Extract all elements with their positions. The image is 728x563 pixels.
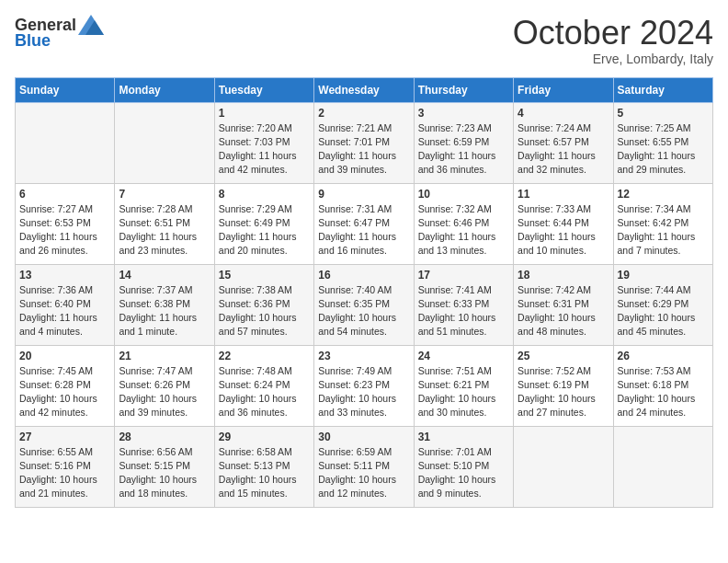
day-info: Sunrise: 6:56 AMSunset: 5:15 PMDaylight:… xyxy=(119,445,210,501)
day-number: 4 xyxy=(518,107,609,120)
day-info: Sunrise: 7:01 AMSunset: 5:10 PMDaylight:… xyxy=(418,445,509,501)
day-of-week-header: Thursday xyxy=(414,77,513,102)
day-number: 10 xyxy=(418,188,509,201)
day-info: Sunrise: 6:59 AMSunset: 5:11 PMDaylight:… xyxy=(318,445,409,501)
month-title: October 2024 xyxy=(513,15,713,52)
day-number: 6 xyxy=(19,188,110,201)
day-info: Sunrise: 7:41 AMSunset: 6:33 PMDaylight:… xyxy=(418,283,509,339)
day-number: 12 xyxy=(618,188,709,201)
day-number: 9 xyxy=(318,188,409,201)
day-info: Sunrise: 7:53 AMSunset: 6:18 PMDaylight:… xyxy=(618,364,709,420)
day-info: Sunrise: 7:28 AMSunset: 6:51 PMDaylight:… xyxy=(119,202,210,259)
day-number: 13 xyxy=(19,269,110,282)
day-info: Sunrise: 7:49 AMSunset: 6:23 PMDaylight:… xyxy=(318,364,409,420)
day-info: Sunrise: 7:44 AMSunset: 6:29 PMDaylight:… xyxy=(618,283,709,339)
day-info: Sunrise: 7:45 AMSunset: 6:28 PMDaylight:… xyxy=(19,364,110,420)
day-number: 7 xyxy=(119,188,210,201)
day-info: Sunrise: 7:36 AMSunset: 6:40 PMDaylight:… xyxy=(19,283,110,339)
day-number: 27 xyxy=(19,431,110,443)
day-info: Sunrise: 6:58 AMSunset: 5:13 PMDaylight:… xyxy=(219,445,310,501)
day-number: 28 xyxy=(119,431,210,443)
calendar-cell: 28Sunrise: 6:56 AMSunset: 5:15 PMDayligh… xyxy=(115,426,214,507)
calendar-cell: 29Sunrise: 6:58 AMSunset: 5:13 PMDayligh… xyxy=(214,426,313,507)
calendar-cell: 24Sunrise: 7:51 AMSunset: 6:21 PMDayligh… xyxy=(414,345,513,426)
calendar-cell: 12Sunrise: 7:34 AMSunset: 6:42 PMDayligh… xyxy=(613,183,712,264)
calendar-cell: 23Sunrise: 7:49 AMSunset: 6:23 PMDayligh… xyxy=(314,345,414,426)
day-number: 5 xyxy=(618,107,709,120)
calendar-cell: 11Sunrise: 7:33 AMSunset: 6:44 PMDayligh… xyxy=(514,183,613,264)
day-number: 22 xyxy=(219,350,310,362)
day-number: 3 xyxy=(418,107,509,120)
day-number: 21 xyxy=(119,350,210,362)
day-info: Sunrise: 7:27 AMSunset: 6:53 PMDaylight:… xyxy=(19,202,110,259)
day-number: 20 xyxy=(19,350,110,362)
calendar-cell: 15Sunrise: 7:38 AMSunset: 6:36 PMDayligh… xyxy=(214,264,313,345)
day-of-week-header: Tuesday xyxy=(214,77,313,102)
day-number: 11 xyxy=(518,188,609,201)
day-number: 25 xyxy=(518,350,609,362)
day-number: 19 xyxy=(618,269,709,282)
day-info: Sunrise: 7:25 AMSunset: 6:55 PMDaylight:… xyxy=(618,121,709,178)
calendar-cell: 27Sunrise: 6:55 AMSunset: 5:16 PMDayligh… xyxy=(16,426,115,507)
day-number: 23 xyxy=(318,350,409,362)
calendar-cell: 8Sunrise: 7:29 AMSunset: 6:49 PMDaylight… xyxy=(214,183,313,264)
calendar-cell: 10Sunrise: 7:32 AMSunset: 6:46 PMDayligh… xyxy=(414,183,513,264)
day-number: 15 xyxy=(219,269,310,282)
calendar-cell: 18Sunrise: 7:42 AMSunset: 6:31 PMDayligh… xyxy=(514,264,613,345)
day-info: Sunrise: 6:55 AMSunset: 5:16 PMDaylight:… xyxy=(19,445,110,501)
day-info: Sunrise: 7:48 AMSunset: 6:24 PMDaylight:… xyxy=(219,364,310,420)
calendar-cell xyxy=(16,102,115,183)
calendar-cell: 21Sunrise: 7:47 AMSunset: 6:26 PMDayligh… xyxy=(115,345,214,426)
day-number: 16 xyxy=(318,269,409,282)
day-of-week-header: Monday xyxy=(115,77,214,102)
calendar-cell: 25Sunrise: 7:52 AMSunset: 6:19 PMDayligh… xyxy=(514,345,613,426)
day-of-week-header: Wednesday xyxy=(314,77,414,102)
logo-icon xyxy=(78,15,104,35)
calendar-cell: 17Sunrise: 7:41 AMSunset: 6:33 PMDayligh… xyxy=(414,264,513,345)
day-number: 17 xyxy=(418,269,509,282)
day-number: 2 xyxy=(318,107,409,120)
day-info: Sunrise: 7:42 AMSunset: 6:31 PMDaylight:… xyxy=(518,283,609,339)
day-info: Sunrise: 7:23 AMSunset: 6:59 PMDaylight:… xyxy=(418,121,509,178)
day-of-week-header: Sunday xyxy=(16,77,115,102)
day-number: 24 xyxy=(418,350,509,362)
calendar-cell: 26Sunrise: 7:53 AMSunset: 6:18 PMDayligh… xyxy=(613,345,712,426)
day-number: 29 xyxy=(219,431,310,443)
day-info: Sunrise: 7:21 AMSunset: 7:01 PMDaylight:… xyxy=(318,121,409,178)
day-number: 26 xyxy=(618,350,709,362)
day-number: 18 xyxy=(518,269,609,282)
day-info: Sunrise: 7:31 AMSunset: 6:47 PMDaylight:… xyxy=(318,202,409,259)
day-info: Sunrise: 7:52 AMSunset: 6:19 PMDaylight:… xyxy=(518,364,609,420)
calendar-cell: 3Sunrise: 7:23 AMSunset: 6:59 PMDaylight… xyxy=(414,102,513,183)
logo: General Blue xyxy=(15,15,104,51)
day-number: 14 xyxy=(119,269,210,282)
day-info: Sunrise: 7:33 AMSunset: 6:44 PMDaylight:… xyxy=(518,202,609,259)
calendar-cell: 13Sunrise: 7:36 AMSunset: 6:40 PMDayligh… xyxy=(16,264,115,345)
day-number: 1 xyxy=(219,107,310,120)
day-number: 30 xyxy=(318,431,409,443)
calendar-cell: 30Sunrise: 6:59 AMSunset: 5:11 PMDayligh… xyxy=(314,426,414,507)
calendar-cell: 7Sunrise: 7:28 AMSunset: 6:51 PMDaylight… xyxy=(115,183,214,264)
calendar-cell: 22Sunrise: 7:48 AMSunset: 6:24 PMDayligh… xyxy=(214,345,313,426)
day-info: Sunrise: 7:20 AMSunset: 7:03 PMDaylight:… xyxy=(219,121,310,178)
calendar-cell xyxy=(115,102,214,183)
title-area: October 2024 Erve, Lombardy, Italy xyxy=(513,15,713,66)
logo-blue: Blue xyxy=(15,31,51,51)
calendar-cell: 20Sunrise: 7:45 AMSunset: 6:28 PMDayligh… xyxy=(16,345,115,426)
day-info: Sunrise: 7:24 AMSunset: 6:57 PMDaylight:… xyxy=(518,121,609,178)
calendar-cell: 14Sunrise: 7:37 AMSunset: 6:38 PMDayligh… xyxy=(115,264,214,345)
day-info: Sunrise: 7:40 AMSunset: 6:35 PMDaylight:… xyxy=(318,283,409,339)
calendar-cell: 9Sunrise: 7:31 AMSunset: 6:47 PMDaylight… xyxy=(314,183,414,264)
day-info: Sunrise: 7:37 AMSunset: 6:38 PMDaylight:… xyxy=(119,283,210,339)
day-info: Sunrise: 7:51 AMSunset: 6:21 PMDaylight:… xyxy=(418,364,509,420)
day-info: Sunrise: 7:34 AMSunset: 6:42 PMDaylight:… xyxy=(618,202,709,259)
calendar-cell xyxy=(514,426,613,507)
day-of-week-header: Friday xyxy=(514,77,613,102)
day-number: 8 xyxy=(219,188,310,201)
day-info: Sunrise: 7:32 AMSunset: 6:46 PMDaylight:… xyxy=(418,202,509,259)
calendar-cell: 19Sunrise: 7:44 AMSunset: 6:29 PMDayligh… xyxy=(613,264,712,345)
day-info: Sunrise: 7:38 AMSunset: 6:36 PMDaylight:… xyxy=(219,283,310,339)
location: Erve, Lombardy, Italy xyxy=(513,52,713,66)
calendar-cell: 2Sunrise: 7:21 AMSunset: 7:01 PMDaylight… xyxy=(314,102,414,183)
calendar-cell: 6Sunrise: 7:27 AMSunset: 6:53 PMDaylight… xyxy=(16,183,115,264)
